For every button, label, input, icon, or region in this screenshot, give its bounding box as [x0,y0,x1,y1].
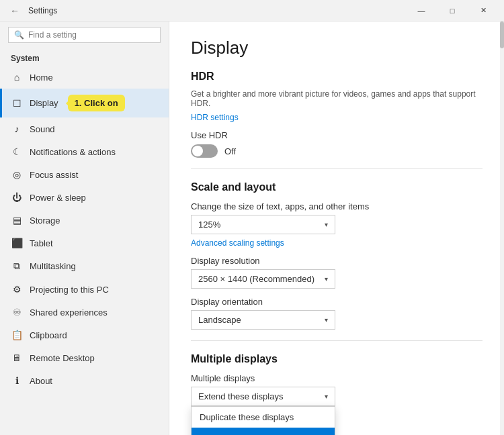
sidebar-item-focus[interactable]: ◎ Focus assist [0,163,169,186]
sidebar-item-storage[interactable]: ▤ Storage [0,209,169,232]
main-content: Display HDR Get a brighter and more vibr… [169,21,504,435]
sidebar-item-about-label: About [30,376,52,386]
divider-2 [191,340,482,341]
callout-1: 1. Click on [68,95,125,111]
sidebar-item-notifications[interactable]: ☾ Notifications & actions [0,140,169,163]
title-bar-title: Settings [28,6,406,15]
hdr-description: Get a brighter and more vibrant picture … [191,89,482,108]
clipboard-icon: 📋 [11,330,23,340]
about-icon: ℹ [11,375,23,386]
remote-icon: 🖥 [11,352,23,363]
sidebar-item-projecting[interactable]: ⚙ Projecting to this PC [0,278,169,301]
multiple-displays-dropdown[interactable]: Extend these displays ▾ [191,387,335,406]
sidebar-item-display[interactable]: ☐ Display 1. Click on [0,89,169,117]
sidebar-item-clipboard-label: Clipboard [30,330,67,340]
sidebar-item-clipboard[interactable]: 📋 Clipboard [0,324,169,346]
sidebar-item-remote-label: Remote Desktop [30,353,95,363]
orientation-label: Display orientation [191,297,482,307]
hdr-toggle[interactable] [191,144,218,158]
scale-dropdown-arrow: ▾ [325,221,328,228]
sidebar-item-remote[interactable]: 🖥 Remote Desktop [0,346,169,369]
sidebar-item-multitasking-label: Multitasking [30,261,76,271]
sidebar-item-sound-label: Sound [30,124,55,134]
hdr-section-title: HDR [191,70,482,83]
title-bar-buttons: — □ ✕ [406,0,499,21]
hdr-toggle-row: Off [191,144,482,158]
menu-item-extend[interactable]: Extend these displays [192,428,335,435]
resolution-dropdown[interactable]: 2560 × 1440 (Recommended) ▾ [191,269,335,289]
notifications-icon: ☾ [11,146,23,157]
page-title: Display [191,38,482,58]
sidebar-item-power[interactable]: ⏻ Power & sleep [0,186,169,209]
orientation-value: Landscape [198,315,241,325]
multiple-displays-arrow: ▾ [325,393,328,400]
projecting-icon: ⚙ [11,284,23,295]
sound-icon: ♪ [11,124,23,134]
advanced-scaling-link[interactable]: Advanced scaling settings [191,238,284,248]
focus-icon: ◎ [11,169,23,180]
sidebar-item-projecting-label: Projecting to this PC [30,285,109,295]
display-icon: ☐ [11,98,23,109]
resolution-value: 2560 × 1440 (Recommended) [198,274,314,284]
power-icon: ⏻ [11,192,23,203]
multiple-displays-dropdown-row: Extend these displays ▾ 2. Select Duplic… [191,387,482,406]
sidebar-item-power-label: Power & sleep [30,193,86,203]
sidebar-item-notifications-label: Notifications & actions [30,147,116,157]
scale-value: 125% [198,220,220,230]
toggle-knob [192,146,203,156]
orientation-dropdown[interactable]: Landscape ▾ [191,310,335,330]
scrollbar-track[interactable] [500,21,504,435]
tablet-icon: ⬛ [11,238,23,248]
app-container: 🔍 System ⌂ Home ☐ Display 1. Click on ♪ … [0,21,504,435]
sidebar-item-home-label: Home [30,72,53,83]
sidebar-item-storage-label: Storage [30,215,60,226]
scale-dropdown[interactable]: 125% ▾ [191,215,335,234]
sidebar-item-about[interactable]: ℹ About [0,369,169,392]
sidebar: 🔍 System ⌂ Home ☐ Display 1. Click on ♪ … [0,21,169,435]
sidebar-item-display-label: Display [30,98,58,108]
divider-1 [191,168,482,169]
orientation-dropdown-arrow: ▾ [325,316,328,324]
hdr-toggle-label: Off [224,146,236,156]
resolution-label: Display resolution [191,256,482,266]
multiple-displays-value: Extend these displays [198,391,283,401]
scrollbar-thumb[interactable] [500,21,504,48]
hdr-settings-link[interactable]: HDR settings [191,113,239,122]
sidebar-item-tablet-label: Tablet [30,238,53,248]
title-bar: ← Settings — □ ✕ [0,0,504,21]
title-bar-controls: ← [5,1,24,20]
sidebar-section-title: System [0,48,169,66]
close-button[interactable]: ✕ [468,0,499,21]
search-icon: 🔍 [14,30,24,40]
use-hdr-label: Use HDR [191,130,482,140]
multitasking-icon: ⧉ [11,260,23,272]
sidebar-item-shared-label: Shared experiences [30,307,108,318]
multiple-displays-label: Multiple displays [191,373,482,383]
sidebar-item-tablet[interactable]: ⬛ Tablet [0,232,169,254]
search-box[interactable]: 🔍 [8,27,161,43]
sidebar-item-focus-label: Focus assist [30,170,78,180]
back-button[interactable]: ← [5,1,24,20]
sidebar-item-sound[interactable]: ♪ Sound [0,117,169,140]
sidebar-item-multitasking[interactable]: ⧉ Multitasking [0,254,169,278]
storage-icon: ▤ [11,215,23,226]
multiple-displays-title: Multiple displays [191,353,482,365]
maximize-button[interactable]: □ [437,0,468,21]
sidebar-item-home[interactable]: ⌂ Home [0,66,169,89]
minimize-button[interactable]: — [406,0,437,21]
sidebar-item-shared[interactable]: ♾ Shared experiences [0,301,169,324]
resolution-dropdown-arrow: ▾ [325,275,328,283]
scale-layout-title: Scale and layout [191,181,482,193]
home-icon: ⌂ [11,72,23,83]
menu-item-duplicate[interactable]: Duplicate these displays [192,407,335,428]
scale-change-label: Change the size of text, apps, and other… [191,201,482,211]
shared-icon: ♾ [11,307,23,318]
multiple-displays-menu: Duplicate these displays Extend these di… [191,406,335,435]
search-input[interactable] [28,30,155,40]
